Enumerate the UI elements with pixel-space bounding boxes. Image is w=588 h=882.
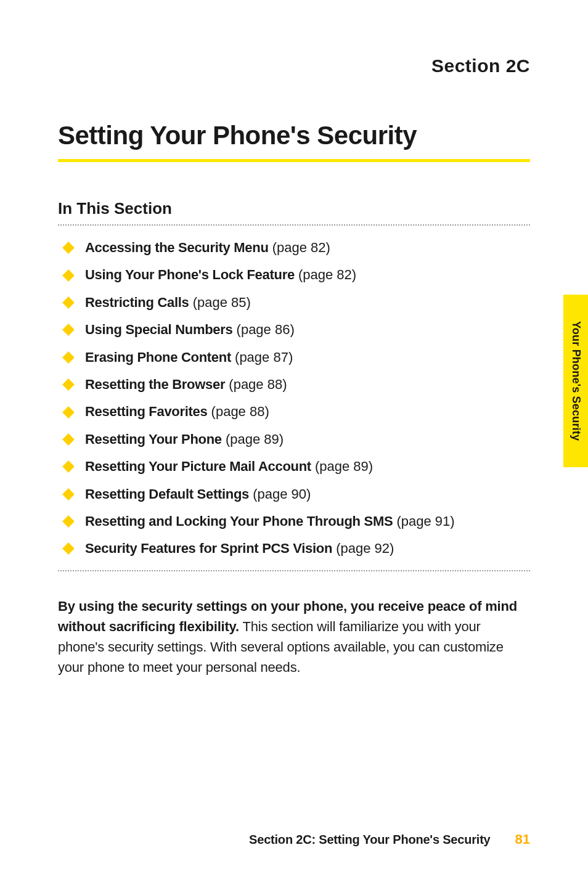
diamond-bullet-icon [62,433,75,446]
toc-list: Accessing the Security Menu (page 82)Usi… [58,226,530,570]
toc-item: Using Your Phone's Lock Feature (page 82… [58,261,530,288]
diamond-bullet-icon [62,351,75,364]
page-footer: Section 2C: Setting Your Phone's Securit… [58,831,530,847]
toc-text: Using Your Phone's Lock Feature (page 82… [85,267,356,283]
diamond-bullet-icon [62,242,75,254]
toc-item-title: Resetting and Locking Your Phone Through… [85,513,393,529]
toc-text: Resetting the Browser (page 88) [85,377,287,393]
toc-item-pageref: (page 92) [332,541,394,556]
toc-text: Restricting Calls (page 85) [85,295,251,311]
toc-item-pageref: (page 86) [232,322,294,337]
toc-item-title: Accessing the Security Menu [85,240,269,255]
diamond-bullet-icon [62,269,75,282]
toc-item-pageref: (page 91) [393,513,454,529]
toc-item-title: Security Features for Sprint PCS Vision [85,541,332,556]
toc-item-pageref: (page 88) [207,404,269,419]
toc-text: Resetting Favorites (page 88) [85,404,269,420]
toc-item: Resetting Your Phone (page 89) [58,426,530,453]
toc-item-title: Resetting Default Settings [85,486,249,502]
toc-item-pageref: (page 88) [225,377,287,392]
document-page: Section 2C Setting Your Phone's Security… [0,0,588,882]
diamond-bullet-icon [62,488,75,500]
toc-item-title: Restricting Calls [85,295,189,310]
toc-item: Restricting Calls (page 85) [58,289,530,316]
toc-item: Accessing the Security Menu (page 82) [58,234,530,261]
toc-text: Security Features for Sprint PCS Vision … [85,541,394,557]
side-tab-label: Your Phone's Security [570,321,582,441]
toc-item: Security Features for Sprint PCS Vision … [58,535,530,562]
toc-text: Accessing the Security Menu (page 82) [85,240,330,256]
toc-text: Erasing Phone Content (page 87) [85,349,293,365]
toc-item-title: Resetting Your Phone [85,431,222,447]
footer-page-number: 81 [515,831,530,847]
diamond-bullet-icon [62,515,75,528]
toc-item-pageref: (page 82) [295,267,356,282]
toc-text: Resetting and Locking Your Phone Through… [85,513,455,529]
toc-item-title: Resetting Your Picture Mail Account [85,459,311,474]
toc-item-title: Resetting Favorites [85,404,207,419]
toc-text: Resetting Your Picture Mail Account (pag… [85,459,373,475]
toc-item-pageref: (page 85) [189,295,251,310]
toc-item: Resetting Favorites (page 88) [58,398,530,425]
diamond-bullet-icon [62,378,75,391]
intro-paragraph: By using the security settings on your p… [58,596,530,677]
in-this-section-heading: In This Section [58,199,530,218]
toc-item-title: Resetting the Browser [85,377,225,392]
toc-item: Resetting Default Settings (page 90) [58,481,530,508]
toc-item-pageref: (page 89) [222,431,284,447]
diamond-bullet-icon [62,296,75,309]
section-label: Section 2C [58,55,530,76]
toc-item-pageref: (page 90) [249,486,311,502]
toc-item-pageref: (page 89) [311,459,373,474]
toc-item-pageref: (page 87) [231,349,293,365]
toc-item-pageref: (page 82) [269,240,330,255]
side-tab: Your Phone's Security [563,295,588,467]
toc-item: Using Special Numbers (page 86) [58,316,530,343]
toc-item-title: Using Special Numbers [85,322,232,337]
toc-item-title: Erasing Phone Content [85,349,231,365]
toc-text: Resetting Your Phone (page 89) [85,431,284,447]
diamond-bullet-icon [62,543,75,555]
toc-item: Erasing Phone Content (page 87) [58,344,530,371]
diamond-bullet-icon [62,324,75,336]
toc-item: Resetting and Locking Your Phone Through… [58,508,530,535]
diamond-bullet-icon [62,460,75,473]
toc-text: Using Special Numbers (page 86) [85,322,295,338]
title-underline [58,159,530,162]
toc-item-title: Using Your Phone's Lock Feature [85,267,295,282]
toc-item: Resetting Your Picture Mail Account (pag… [58,453,530,480]
toc-text: Resetting Default Settings (page 90) [85,486,311,502]
toc-item: Resetting the Browser (page 88) [58,371,530,398]
footer-title: Section 2C: Setting Your Phone's Securit… [249,833,490,847]
page-title: Setting Your Phone's Security [58,121,530,150]
dotted-rule-bottom [58,570,530,571]
diamond-bullet-icon [62,406,75,419]
